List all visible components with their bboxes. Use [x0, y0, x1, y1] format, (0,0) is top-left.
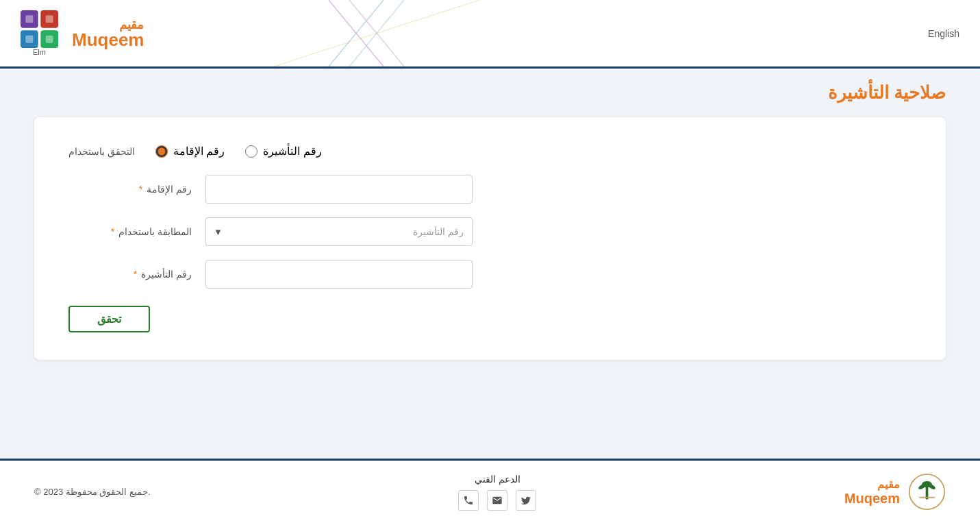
footer-emblem-icon	[908, 473, 946, 511]
svg-marker-20	[935, 495, 937, 498]
language-switch[interactable]: English	[928, 28, 959, 39]
match-select-wrapper: رقم التأشيرة رقم التأشيرة ▼	[205, 217, 473, 246]
iqama-input[interactable]	[205, 175, 473, 204]
visa-number-label: رقم التأشيرة *	[68, 269, 192, 280]
footer-logo: مقيم Muqeem	[844, 473, 946, 511]
email-icon[interactable]	[487, 490, 507, 511]
footer-support: الدعم الفني	[458, 474, 536, 511]
footer-english: Muqeem	[844, 491, 900, 507]
footer-logo-text: مقيم Muqeem	[844, 478, 900, 507]
match-required: *	[111, 226, 114, 237]
svg-rect-18	[920, 497, 935, 498]
form-section: رقم التأشيرة رقم الإقامة التحقق باستخدام…	[68, 145, 912, 332]
iqama-row: رقم الإقامة *	[68, 175, 912, 204]
elm-logo: Elm	[21, 10, 58, 56]
radio-iqama-input[interactable]	[155, 145, 168, 158]
visa-number-input[interactable]	[205, 260, 473, 289]
svg-rect-10	[46, 15, 53, 23]
match-label: المطابقة باستخدام *	[68, 226, 192, 237]
header: English Elm مقيم Mu	[0, 0, 980, 69]
match-row: رقم التأشيرة رقم التأشيرة ▼ المطابقة باس…	[68, 217, 912, 246]
radio-iqama-option[interactable]: رقم الإقامة	[155, 145, 225, 158]
match-select[interactable]: رقم التأشيرة رقم التأشيرة	[205, 217, 473, 246]
page-title: صلاحية التأشيرة	[34, 82, 946, 104]
radio-iqama-label: رقم الإقامة	[173, 145, 225, 158]
footer: مقيم Muqeem الدعم الفني © جميع الحقوق مح…	[0, 459, 980, 523]
muqeem-arabic: مقيم	[119, 19, 144, 31]
footer-icons	[458, 490, 536, 511]
muqeem-logo: مقيم Muqeem	[72, 19, 144, 49]
svg-rect-9	[25, 15, 33, 23]
muqeem-english: Muqeem	[72, 31, 144, 49]
main-content: رقم التأشيرة رقم الإقامة التحقق باستخدام…	[0, 110, 980, 459]
verify-by-label: التحقق باستخدام	[68, 146, 135, 157]
button-row: تحقق	[68, 302, 912, 332]
iqama-label: رقم الإقامة *	[68, 184, 192, 195]
radio-row: رقم التأشيرة رقم الإقامة التحقق باستخدام	[68, 145, 912, 158]
iqama-required: *	[139, 184, 142, 195]
form-card: رقم التأشيرة رقم الإقامة التحقق باستخدام…	[34, 117, 946, 360]
visa-number-row: رقم التأشيرة *	[68, 260, 912, 289]
page-title-bar: صلاحية التأشيرة	[0, 69, 980, 110]
footer-arabic: مقيم	[844, 478, 900, 491]
phone-icon[interactable]	[458, 490, 479, 511]
elm-text: Elm	[33, 48, 46, 56]
footer-copyright: © جميع الحقوق محفوظة 2023.	[34, 487, 151, 497]
logos-area: Elm مقيم Muqeem	[21, 10, 144, 56]
svg-rect-11	[25, 36, 33, 43]
twitter-icon[interactable]	[516, 490, 536, 511]
radio-visa-label: رقم التأشيرة	[263, 145, 321, 158]
svg-marker-19	[918, 495, 920, 498]
radio-visa-option[interactable]: رقم التأشيرة	[245, 145, 321, 158]
visa-required: *	[134, 269, 137, 280]
radio-visa-input[interactable]	[245, 145, 257, 158]
svg-rect-12	[46, 36, 53, 43]
verify-button[interactable]: تحقق	[68, 306, 150, 332]
footer-support-title: الدعم الفني	[458, 474, 536, 485]
